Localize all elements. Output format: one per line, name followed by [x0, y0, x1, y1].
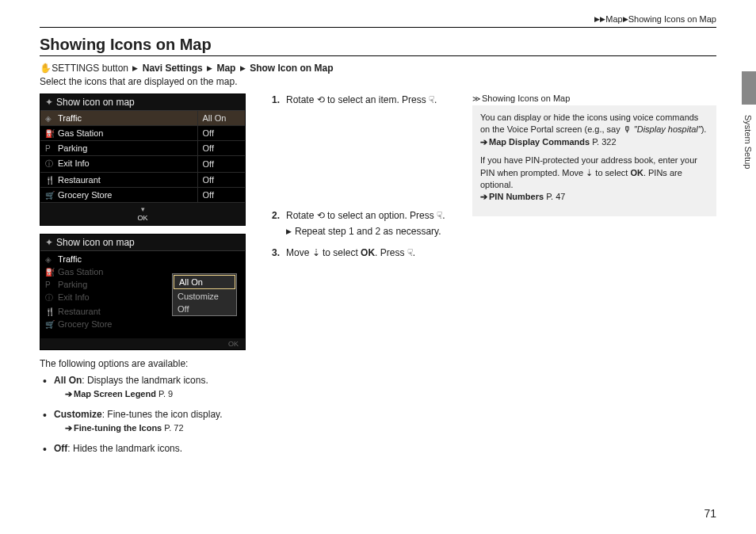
device-screenshot-2: ✦Show icon on map ◈Traffic⛽Gas StationPP…	[40, 234, 246, 350]
move-icon: ⇣	[312, 246, 320, 259]
popup-option: Customize	[173, 290, 236, 303]
option-all-on: All On: Displays the landmark icons. ➔Ma…	[43, 374, 258, 400]
rotate-dial-icon: ⟲	[317, 93, 325, 106]
press-icon: ☟	[407, 246, 413, 259]
list-item: 🛒Grocery Store	[40, 318, 245, 330]
move-icon: ⇣	[586, 168, 593, 177]
options-intro: The following options are available:	[40, 358, 258, 369]
step-3: 3. Move ⇣ to select OK. Press ☟.	[272, 246, 458, 259]
option-customize: Customize: Fine-tunes the icon display. …	[43, 408, 258, 434]
list-item: ◈Traffic	[40, 253, 245, 265]
device-screenshot-1: ✦Show icon on map ◈TrafficAll On⛽Gas Sta…	[40, 93, 246, 226]
step-2: 2. Rotate ⟲ to select an option. Press ☟…	[272, 209, 458, 238]
table-row: ⓘExit InfoOff	[40, 156, 245, 173]
breadcrumb: ▶▶Map▶Showing Icons on Map	[40, 14, 716, 24]
table-row: 🛒Grocery StoreOff	[40, 188, 245, 203]
intro-text: Select the icons that are displayed on t…	[40, 76, 716, 87]
nav-path: ✋ SETTINGS button ▶ Navi Settings ▶ Map …	[40, 63, 716, 74]
page-title: Showing Icons on Map	[40, 36, 716, 56]
table-row: PParkingOff	[40, 141, 245, 156]
section-label: System Setup	[743, 115, 753, 169]
popup-option: Off	[173, 303, 236, 315]
table-row: ◈TrafficAll On	[40, 111, 245, 126]
section-tab	[742, 71, 756, 105]
table-row: 🍴RestaurantOff	[40, 173, 245, 188]
sidebar-note: You can display or hide the icons using …	[472, 105, 716, 216]
rotate-dial-icon: ⟲	[317, 209, 325, 222]
step-1: 1. Rotate ⟲ to select an item. Press ☟.	[272, 93, 458, 106]
popup-option: All On	[174, 275, 235, 289]
voice-icon: 🎙	[623, 124, 632, 134]
page-number: 71	[704, 507, 716, 520]
option-off: Off: Hides the landmark icons.	[43, 442, 258, 455]
table-row: ⛽Gas StationOff	[40, 126, 245, 141]
sidebar-header: ≫Showing Icons on Map	[472, 93, 716, 103]
